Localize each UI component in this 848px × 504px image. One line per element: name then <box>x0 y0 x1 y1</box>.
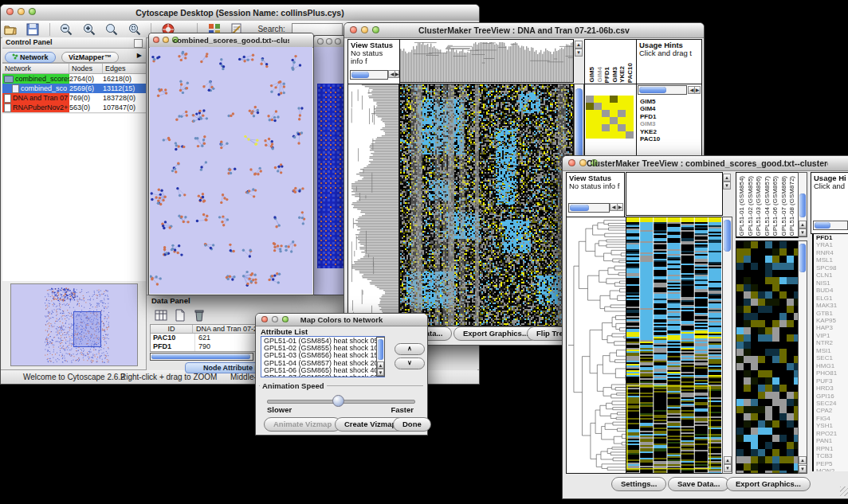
gene-list-item[interactable]: KAP95 <box>816 317 848 324</box>
gene-list-item[interactable]: PAC10 <box>640 135 660 143</box>
tv1-status-hscroll-thumb[interactable] <box>351 72 369 78</box>
minimize-button[interactable] <box>361 26 368 33</box>
scroll-down-arrow[interactable]: ▼ <box>799 465 807 473</box>
new-attribute-icon[interactable] <box>173 308 187 322</box>
gene-list-item[interactable]: RPO21 <box>816 430 848 437</box>
tv2-scroll-up-arrow[interactable]: ▲ <box>723 174 731 182</box>
gene-list-item[interactable]: NTR2 <box>816 339 848 346</box>
data-panel-hscrollbar[interactable] <box>150 353 253 361</box>
attribute-listbox[interactable]: GPL51-01 (GSM854) heat shock 05 minGPL51… <box>261 336 385 377</box>
gene-list-item[interactable]: PAN1 <box>816 437 848 444</box>
gene-list-item[interactable]: GPI16 <box>816 393 848 400</box>
network-overview-pane[interactable] <box>10 283 138 366</box>
gene-column-label[interactable]: YKE2 <box>618 66 626 83</box>
scroll-up-arrow[interactable]: ▲ <box>377 361 384 369</box>
zoom-selected-icon[interactable] <box>104 22 119 37</box>
dense-network-canvas[interactable] <box>317 84 344 268</box>
gene-list-item[interactable]: ELG1 <box>816 295 848 302</box>
tab-vizmapper[interactable]: VizMapper™ <box>61 52 119 63</box>
minimize-button[interactable] <box>326 38 332 45</box>
tabs-more-arrow[interactable]: ▶ <box>137 52 142 59</box>
array-column-label[interactable]: GPL51-08 (GSM872) <box>788 176 797 236</box>
resize-grip[interactable] <box>840 486 848 496</box>
gene-list-item[interactable]: MSI1 <box>816 347 848 354</box>
gene-list-item[interactable]: PUF3 <box>816 377 848 385</box>
float-panel-icon[interactable] <box>134 39 143 48</box>
dialog-titlebar[interactable]: Map Colors to Network <box>256 314 427 326</box>
gene-list-item[interactable]: SEC24 <box>816 400 848 407</box>
minimize-button[interactable] <box>18 8 25 15</box>
tab-network[interactable]: Network <box>5 52 56 63</box>
save-icon[interactable] <box>26 22 40 37</box>
tv1-export-graphics-button[interactable]: Export Graphics... <box>453 326 538 341</box>
zoom-out-icon[interactable] <box>59 22 73 37</box>
zoom-fit-icon[interactable] <box>128 22 142 37</box>
sliver-titlebar[interactable] <box>314 36 346 48</box>
array-column-label[interactable]: GPL51-02 (GSM855) <box>747 176 756 236</box>
gene-list-item[interactable]: SPC98 <box>816 264 848 272</box>
animate-vizmap-button[interactable]: Animate Vizmap <box>264 417 341 432</box>
tv1-top-dendrogram-pane[interactable] <box>399 39 574 83</box>
array-column-label[interactable]: GPL51-07 (GSM868) <box>780 176 789 236</box>
tv1-left-dendrogram-canvas[interactable] <box>348 84 398 326</box>
tv2-subheat-vscroll-thumb[interactable] <box>799 244 806 272</box>
delete-attribute-icon[interactable] <box>192 308 206 322</box>
gene-list-item[interactable]: YRA1 <box>816 241 848 248</box>
scroll-down-arrow[interactable]: ▼ <box>724 464 732 472</box>
minimize-button[interactable] <box>272 316 278 322</box>
network-row[interactable]: combined_sco 2569(6) 13112(15) <box>2 84 146 93</box>
tv2-subheat-vscrollbar[interactable]: ▲ ▼ <box>798 240 807 474</box>
tv2-heatmap-vscroll-thumb[interactable] <box>724 220 731 252</box>
gene-list-item[interactable]: HAP3 <box>816 324 848 331</box>
gene-list-item[interactable]: HMG1 <box>816 362 848 369</box>
network-row[interactable]: combined_scores 2764(0) 16218(0) <box>2 74 146 84</box>
gene-list-item[interactable]: YSH1 <box>816 422 848 429</box>
tv1-scroll-up-arrow[interactable]: ▲ <box>575 41 583 49</box>
tv2-heatmap-pane[interactable] <box>626 217 723 474</box>
done-button[interactable]: Done <box>393 417 431 432</box>
gene-list-item[interactable]: RPN1 <box>816 445 848 452</box>
close-button[interactable] <box>153 37 159 43</box>
scroll-up-arrow[interactable]: ▲ <box>799 456 807 464</box>
tv1-scroll-down-arrow[interactable]: ▼ <box>575 49 583 57</box>
tv2-subheatmap-pane[interactable] <box>736 240 799 474</box>
gene-list-item[interactable]: PEP5 <box>816 460 848 467</box>
tv1-heatmap-pane[interactable] <box>399 84 574 326</box>
tv1-gene-hscrollbar[interactable] <box>638 85 687 95</box>
gene-list-item[interactable]: GIM3 <box>640 120 660 127</box>
gene-list-item[interactable]: GIM5 <box>640 98 660 105</box>
gene-list-item[interactable]: VIP1 <box>816 332 848 339</box>
move-up-button[interactable]: ∧ <box>395 343 425 355</box>
network-view-titlebar[interactable]: combined_scores_good.txt--cluste... <box>149 33 313 48</box>
gene-column-label[interactable]: PAC10 <box>626 63 634 83</box>
gene-list-item[interactable]: PHO81 <box>816 369 848 377</box>
close-button[interactable] <box>568 159 575 166</box>
close-button[interactable] <box>317 38 324 45</box>
correlation-matrix[interactable] <box>586 96 634 139</box>
gene-column-label[interactable]: GIM4 <box>596 67 604 83</box>
gene-list-item[interactable]: BUD4 <box>816 287 848 294</box>
gene-list-item[interactable]: GIM4 <box>640 105 660 112</box>
scroll-right-arrow[interactable]: ▶ <box>617 203 623 211</box>
gene-list-item[interactable]: NIS1 <box>816 279 848 287</box>
gene-list-item[interactable]: FIG4 <box>816 415 848 422</box>
zoom-button[interactable] <box>335 38 341 45</box>
scroll-down-arrow[interactable]: ▼ <box>377 369 384 376</box>
tv2-labels-vscroll-thumb[interactable] <box>799 193 806 217</box>
array-column-label[interactable]: GPL51-06 (GSM865) <box>771 176 780 236</box>
gene-list-item[interactable]: RNR4 <box>816 249 848 256</box>
gene-list-item[interactable]: MAK31 <box>816 302 848 309</box>
gene-list-item[interactable]: TCB3 <box>816 452 848 459</box>
tv2-export-graphics-button[interactable]: Export Graphics... <box>726 477 811 491</box>
treeview1-titlebar[interactable]: ClusterMaker TreeView : DNA and Tran 07-… <box>344 23 704 38</box>
treeview2-titlebar[interactable]: ClusterMaker TreeView : combined_scores_… <box>563 156 848 171</box>
data-panel-hscroll-thumb[interactable] <box>151 354 250 359</box>
tv1-top-dendrogram-canvas[interactable] <box>400 40 573 82</box>
close-button[interactable] <box>261 316 268 322</box>
gene-column-label[interactable]: GIM3 <box>611 67 619 83</box>
tv2-save-data-button[interactable]: Save Data... <box>668 477 729 491</box>
network-row[interactable]: DNA and Tran 07 769(0) 183728(0) <box>2 93 146 103</box>
table-view-icon[interactable] <box>154 308 168 322</box>
gene-column-label[interactable]: GIM5 <box>588 67 596 83</box>
tv2-left-dendrogram-canvas[interactable] <box>567 217 626 473</box>
